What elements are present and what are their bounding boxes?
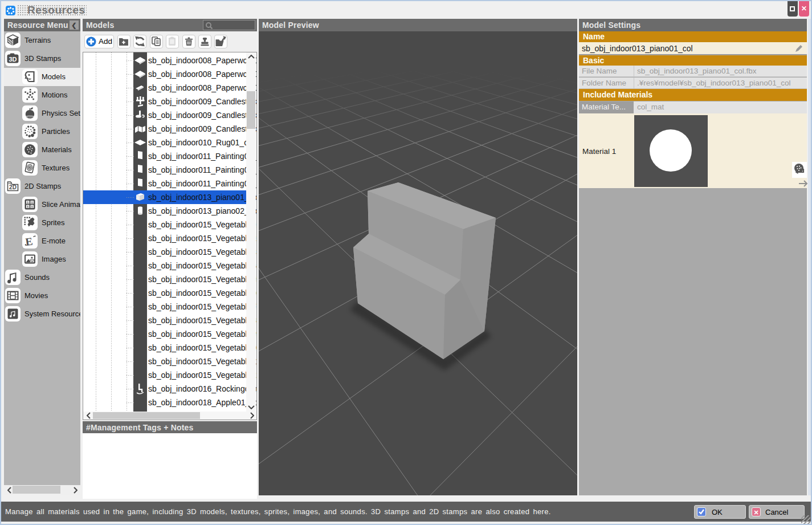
svg-text:E: E (25, 235, 33, 248)
svg-text:2D: 2D (9, 184, 17, 190)
svg-text:3D: 3D (9, 56, 17, 63)
